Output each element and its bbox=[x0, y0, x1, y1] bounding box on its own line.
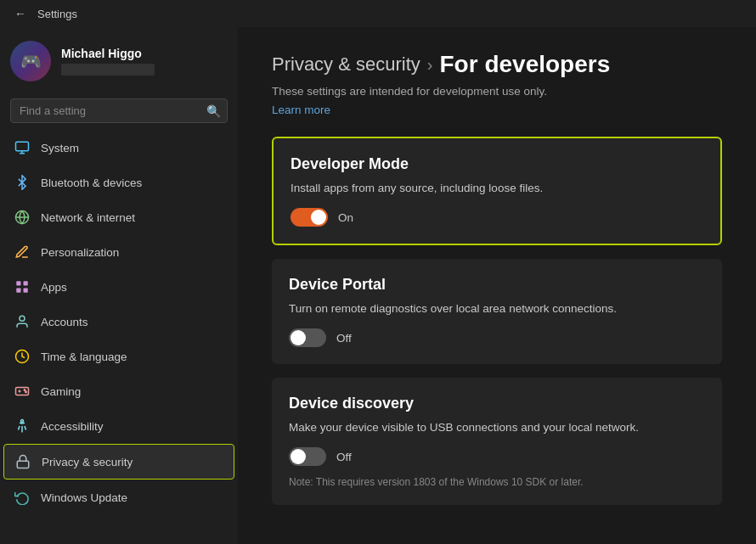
gaming-icon bbox=[14, 383, 31, 400]
sidebar-label-network: Network & internet bbox=[41, 211, 135, 224]
search-box: 🔍 bbox=[10, 98, 228, 123]
device-discovery-toggle[interactable] bbox=[289, 447, 326, 466]
svg-point-9 bbox=[20, 316, 25, 321]
sidebar-label-personalization: Personalization bbox=[41, 246, 119, 259]
sidebar-item-bluetooth[interactable]: Bluetooth & devices bbox=[3, 165, 234, 199]
svg-rect-6 bbox=[24, 281, 28, 285]
sidebar-label-apps: Apps bbox=[41, 281, 67, 294]
sidebar-item-network[interactable]: Network & internet bbox=[3, 200, 234, 234]
device-portal-toggle-label: Off bbox=[336, 332, 352, 345]
sidebar-label-update: Windows Update bbox=[41, 491, 127, 504]
device-portal-desc: Turn on remote diagnostics over local ar… bbox=[289, 302, 705, 315]
update-icon bbox=[14, 489, 31, 506]
user-info: Michael Higgo bbox=[61, 47, 228, 76]
avatar-emoji: 🎮 bbox=[20, 51, 42, 71]
sidebar-label-system: System bbox=[41, 142, 79, 154]
svg-rect-5 bbox=[16, 281, 20, 285]
device-discovery-note: Note: This requires version 1803 of the … bbox=[289, 476, 705, 488]
privacy-icon bbox=[14, 453, 31, 470]
personalization-icon bbox=[14, 244, 31, 261]
sidebar-label-privacy: Privacy & security bbox=[42, 456, 133, 468]
svg-rect-17 bbox=[17, 461, 29, 468]
sidebar-item-system[interactable]: System bbox=[3, 131, 234, 165]
device-discovery-toggle-row: Off bbox=[289, 447, 705, 466]
search-icon: 🔍 bbox=[206, 104, 221, 118]
svg-point-14 bbox=[24, 390, 25, 391]
device-portal-card: Device Portal Turn on remote diagnostics… bbox=[272, 259, 722, 364]
device-discovery-desc: Make your device visible to USB connecti… bbox=[289, 421, 705, 434]
system-icon bbox=[14, 139, 31, 156]
back-icon: ← bbox=[14, 7, 26, 20]
page-title: For developers bbox=[440, 51, 611, 78]
sidebar-item-accounts[interactable]: Accounts bbox=[3, 305, 234, 339]
developer-mode-toggle-thumb bbox=[311, 210, 326, 225]
device-discovery-toggle-thumb bbox=[291, 449, 306, 464]
svg-rect-8 bbox=[24, 289, 28, 293]
user-profile: 🎮 Michael Higgo bbox=[0, 27, 238, 95]
device-discovery-card: Device discovery Make your device visibl… bbox=[272, 378, 722, 505]
titlebar: ← Settings bbox=[0, 0, 756, 27]
svg-rect-0 bbox=[16, 142, 29, 151]
sidebar-item-accessibility[interactable]: Accessibility bbox=[3, 409, 234, 443]
breadcrumb-separator: › bbox=[427, 55, 433, 75]
developer-mode-toggle-label: On bbox=[338, 211, 353, 224]
sidebar-label-time: Time & language bbox=[41, 351, 127, 363]
user-name: Michael Higgo bbox=[61, 47, 228, 60]
svg-point-15 bbox=[25, 391, 27, 393]
search-input[interactable] bbox=[10, 98, 228, 123]
sidebar-item-update[interactable]: Windows Update bbox=[3, 480, 234, 514]
developer-mode-toggle-row: On bbox=[291, 208, 703, 227]
breadcrumb: Privacy & security › For developers bbox=[272, 51, 722, 78]
device-portal-title: Device Portal bbox=[289, 276, 705, 294]
sidebar-label-accounts: Accounts bbox=[41, 316, 88, 328]
device-discovery-title: Device discovery bbox=[289, 395, 705, 412]
svg-rect-7 bbox=[16, 289, 20, 293]
device-portal-toggle[interactable] bbox=[289, 328, 326, 347]
device-discovery-toggle-label: Off bbox=[336, 451, 352, 463]
breadcrumb-parent: Privacy & security bbox=[272, 53, 420, 76]
sidebar: 🎮 Michael Higgo 🔍 System bbox=[0, 27, 238, 544]
network-icon bbox=[14, 209, 31, 226]
developer-mode-desc: Install apps from any source, including … bbox=[291, 182, 703, 194]
accounts-icon bbox=[14, 313, 31, 330]
sidebar-item-gaming[interactable]: Gaming bbox=[3, 374, 234, 408]
main-layout: 🎮 Michael Higgo 🔍 System bbox=[0, 27, 756, 544]
device-portal-toggle-row: Off bbox=[289, 328, 705, 347]
sidebar-item-personalization[interactable]: Personalization bbox=[3, 235, 234, 269]
time-icon bbox=[14, 348, 31, 365]
developer-mode-card: Developer Mode Install apps from any sou… bbox=[272, 137, 722, 245]
sidebar-item-apps[interactable]: Apps bbox=[3, 270, 234, 304]
sidebar-nav: System Bluetooth & devices Network & int… bbox=[0, 130, 238, 515]
sidebar-item-time[interactable]: Time & language bbox=[3, 339, 234, 373]
back-button[interactable]: ← bbox=[10, 3, 31, 24]
svg-point-16 bbox=[21, 420, 24, 423]
user-account-bar bbox=[61, 64, 155, 76]
sidebar-label-bluetooth: Bluetooth & devices bbox=[41, 177, 142, 189]
sidebar-label-gaming: Gaming bbox=[41, 385, 81, 398]
page-subtitle: These settings are intended for developm… bbox=[272, 85, 722, 98]
developer-mode-title: Developer Mode bbox=[291, 155, 703, 173]
apps-icon bbox=[14, 278, 31, 295]
sidebar-label-accessibility: Accessibility bbox=[41, 420, 104, 433]
content-area: Privacy & security › For developers Thes… bbox=[238, 27, 756, 544]
device-portal-toggle-thumb bbox=[291, 330, 306, 345]
avatar: 🎮 bbox=[10, 41, 51, 81]
sidebar-item-privacy[interactable]: Privacy & security bbox=[3, 444, 234, 480]
bluetooth-icon bbox=[14, 174, 31, 191]
learn-more-link[interactable]: Learn more bbox=[272, 104, 330, 116]
accessibility-icon bbox=[14, 418, 31, 435]
developer-mode-toggle[interactable] bbox=[291, 208, 328, 227]
titlebar-title: Settings bbox=[37, 8, 77, 20]
